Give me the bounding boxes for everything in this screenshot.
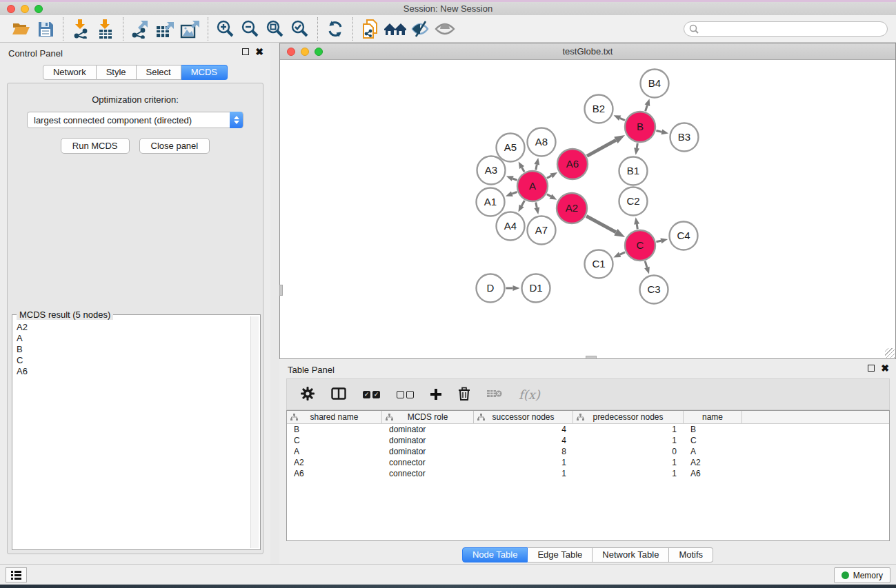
tab-style[interactable]: Style (97, 65, 137, 80)
table-row[interactable]: Adominator80A (287, 446, 889, 457)
criterion-select[interactable]: largest connected component (directed) (27, 112, 243, 128)
graph-node-C2[interactable]: C2 (619, 187, 648, 216)
graph-edge-A2-C[interactable] (586, 216, 616, 232)
add-column-icon[interactable] (430, 389, 441, 400)
table-cell[interactable]: 8 (474, 446, 573, 457)
graph-edge-A-A1[interactable] (512, 192, 517, 194)
graph-edge-A6-B[interactable] (587, 140, 616, 156)
graph-node-D1[interactable]: D1 (522, 274, 550, 303)
close-panel-icon[interactable]: ✖ (255, 48, 263, 55)
table-cell[interactable]: connector (382, 468, 474, 479)
deselect-all-checkboxes-icon[interactable] (397, 391, 414, 398)
table-cell[interactable]: dominator (382, 424, 474, 435)
mcds-result-item[interactable]: A (14, 333, 250, 344)
table-cell[interactable]: dominator (382, 435, 474, 446)
graph-node-A7[interactable]: A7 (528, 216, 556, 245)
graph-node-A6[interactable]: A6 (557, 149, 588, 179)
tab-network[interactable]: Network (43, 65, 97, 80)
column-header-MCDS-role[interactable]: MCDS role (382, 411, 474, 423)
network-zoom-button[interactable] (315, 48, 323, 56)
node-table[interactable]: shared nameMCDS rolesuccessor nodesprede… (286, 410, 890, 541)
window-resize-grip[interactable] (885, 348, 895, 358)
home-icon[interactable] (383, 17, 408, 41)
graph-node-A5[interactable]: A5 (497, 134, 525, 162)
minimize-window-button[interactable] (21, 5, 29, 13)
zoom-window-button[interactable] (34, 5, 43, 13)
memory-button[interactable]: Memory (834, 567, 890, 583)
table-cell[interactable]: 4 (474, 424, 573, 435)
table-row[interactable]: Cdominator41C (287, 435, 889, 446)
graph-edge-A-A7[interactable] (536, 203, 537, 208)
table-row[interactable]: A2connector11A2 (287, 457, 889, 468)
table-cell[interactable]: 1 (474, 468, 573, 479)
gear-icon[interactable] (301, 387, 315, 403)
table-cell[interactable]: B (287, 424, 382, 435)
table-cell[interactable]: 1 (573, 457, 684, 468)
tab-network-table[interactable]: Network Table (593, 547, 669, 562)
titlebar[interactable]: Session: New Session (0, 2, 896, 15)
delete-column-icon[interactable] (458, 387, 470, 403)
network-close-button[interactable] (287, 48, 295, 56)
graph-node-C3[interactable]: C3 (640, 276, 668, 304)
run-mcds-button[interactable]: Run MCDS (61, 138, 130, 154)
graph-node-B3[interactable]: B3 (670, 123, 699, 152)
table-cell[interactable]: C (287, 435, 382, 446)
tab-node-table[interactable]: Node Table (462, 547, 528, 562)
graph-node-B4[interactable]: B4 (641, 70, 669, 98)
graph-node-B[interactable]: B (625, 112, 655, 142)
column-header-successor-nodes[interactable]: successor nodes (474, 411, 573, 423)
result-scrollbar[interactable] (250, 316, 259, 548)
tab-mcds[interactable]: MCDS (181, 65, 228, 80)
graph-node-C1[interactable]: C1 (585, 250, 613, 278)
network-canvas[interactable]: B4B2BB3A5A8A6A3B1AA1C2A2A4A7C4CC1C3DD1 (280, 60, 895, 358)
graph-edge-A-A3[interactable] (512, 179, 517, 180)
canvas-side-handle[interactable] (279, 285, 283, 296)
table-cell[interactable]: A (684, 446, 742, 457)
network-graph[interactable]: B4B2BB3A5A8A6A3B1AA1C2A2A4A7C4CC1C3DD1 (280, 60, 895, 358)
table-cell[interactable]: 1 (474, 457, 573, 468)
tab-edge-table[interactable]: Edge Table (528, 547, 593, 562)
network-minimize-button[interactable] (301, 48, 309, 56)
export-network-icon[interactable] (128, 17, 153, 41)
graph-edge-A-A8[interactable] (536, 165, 537, 170)
graph-node-C[interactable]: C (625, 230, 655, 261)
graph-node-A2[interactable]: A2 (557, 193, 587, 223)
graph-edge-B-B4[interactable] (646, 105, 648, 111)
table-cell[interactable]: 0 (573, 446, 684, 457)
new-session-from-network-icon[interactable] (358, 17, 383, 41)
graph-edge-A-A4[interactable] (521, 201, 524, 206)
refresh-icon[interactable] (323, 17, 348, 41)
search-input[interactable] (684, 21, 888, 37)
table-cell[interactable]: 1 (573, 424, 684, 435)
float-table-panel-icon[interactable] (868, 365, 875, 372)
table-cell[interactable]: dominator (382, 446, 474, 457)
graph-node-A8[interactable]: A8 (528, 128, 556, 156)
split-columns-icon[interactable] (331, 387, 346, 402)
table-cell[interactable]: A2 (684, 457, 742, 468)
import-network-icon[interactable] (68, 17, 93, 41)
graph-node-D[interactable]: D (477, 274, 505, 303)
graph-node-A[interactable]: A (517, 171, 548, 201)
table-row[interactable]: A6connector11A6 (287, 468, 889, 479)
graph-edge-B-B1[interactable] (637, 143, 637, 148)
table-cell[interactable]: A (287, 446, 382, 457)
graph-edge-C-C3[interactable] (645, 261, 647, 267)
table-cell[interactable]: 1 (573, 435, 684, 446)
column-header-name[interactable]: name (684, 411, 742, 423)
preview-eye-icon[interactable] (432, 17, 457, 41)
task-history-button[interactable] (6, 567, 27, 582)
table-cell[interactable]: 4 (474, 435, 573, 446)
graph-node-A4[interactable]: A4 (497, 212, 525, 241)
open-folder-icon[interactable] (8, 17, 33, 41)
graph-edge-C-C1[interactable] (620, 252, 626, 255)
close-panel-button[interactable]: Close panel (139, 138, 210, 154)
mcds-result-item[interactable]: A6 (14, 366, 250, 377)
column-header-predecessor-nodes[interactable]: predecessor nodes (573, 411, 684, 423)
tab-select[interactable]: Select (137, 65, 181, 80)
column-header-shared-name[interactable]: shared name (287, 411, 382, 423)
network-window-titlebar[interactable]: testGlobe.txt (280, 43, 895, 60)
zoom-selected-icon[interactable] (288, 17, 312, 41)
zoom-fit-icon[interactable] (263, 17, 288, 41)
zoom-in-icon[interactable] (213, 17, 238, 41)
graph-edge-C-C2[interactable] (637, 224, 637, 229)
